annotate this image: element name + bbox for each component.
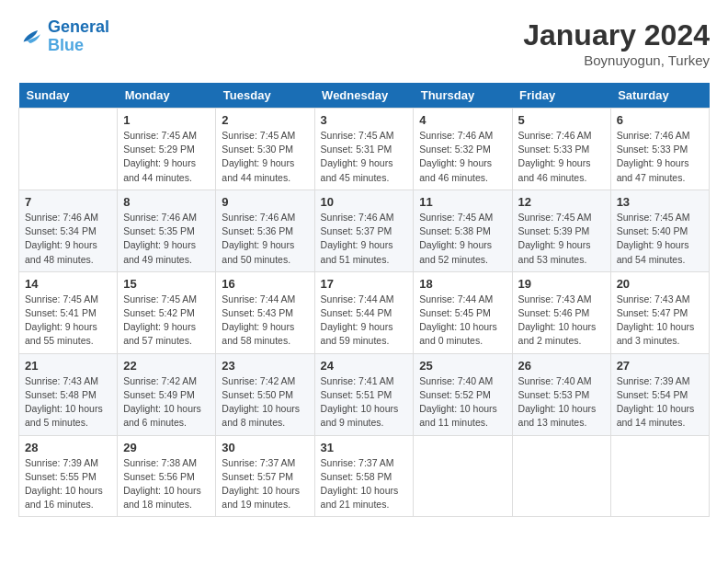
- header-monday: Monday: [118, 83, 216, 109]
- calendar-cell: 24Sunrise: 7:41 AMSunset: 5:51 PMDayligh…: [314, 353, 414, 435]
- location-subtitle: Boynuyogun, Turkey: [523, 52, 710, 68]
- day-number: 5: [518, 113, 605, 127]
- day-number: 3: [321, 113, 408, 127]
- day-info: Sunrise: 7:41 AMSunset: 5:51 PMDaylight:…: [321, 374, 408, 431]
- day-number: 23: [222, 359, 308, 373]
- day-info: Sunrise: 7:46 AMSunset: 5:35 PMDaylight:…: [123, 211, 210, 267]
- calendar-cell: 12Sunrise: 7:45 AMSunset: 5:39 PMDayligh…: [512, 190, 610, 271]
- day-number: 29: [123, 441, 210, 454]
- day-number: 1: [123, 113, 210, 127]
- calendar-cell: 5Sunrise: 7:46 AMSunset: 5:33 PMDaylight…: [512, 109, 610, 190]
- day-info: Sunrise: 7:44 AMSunset: 5:44 PMDaylight:…: [321, 293, 408, 349]
- logo-blue: Blue: [48, 36, 84, 54]
- day-number: 19: [518, 277, 605, 291]
- day-info: Sunrise: 7:43 AMSunset: 5:47 PMDaylight:…: [617, 293, 703, 349]
- calendar-cell: 17Sunrise: 7:44 AMSunset: 5:44 PMDayligh…: [314, 271, 414, 353]
- day-info: Sunrise: 7:37 AMSunset: 5:57 PMDaylight:…: [222, 456, 308, 512]
- calendar-cell: 14Sunrise: 7:45 AMSunset: 5:41 PMDayligh…: [19, 271, 118, 353]
- calendar-cell: 11Sunrise: 7:45 AMSunset: 5:38 PMDayligh…: [414, 190, 512, 271]
- day-info: Sunrise: 7:45 AMSunset: 5:42 PMDaylight:…: [123, 293, 210, 349]
- calendar-cell: 29Sunrise: 7:38 AMSunset: 5:56 PMDayligh…: [118, 435, 216, 517]
- day-info: Sunrise: 7:40 AMSunset: 5:52 PMDaylight:…: [419, 374, 506, 431]
- day-info: Sunrise: 7:46 AMSunset: 5:32 PMDaylight:…: [419, 129, 506, 185]
- header-saturday: Saturday: [610, 83, 709, 109]
- day-info: Sunrise: 7:45 AMSunset: 5:40 PMDaylight:…: [617, 211, 703, 267]
- day-info: Sunrise: 7:44 AMSunset: 5:43 PMDaylight:…: [222, 293, 308, 349]
- day-info: Sunrise: 7:43 AMSunset: 5:46 PMDaylight:…: [518, 293, 605, 349]
- day-number: 31: [321, 441, 408, 454]
- day-number: 14: [25, 277, 111, 291]
- calendar-cell: 25Sunrise: 7:40 AMSunset: 5:52 PMDayligh…: [414, 353, 512, 435]
- calendar-cell: 15Sunrise: 7:45 AMSunset: 5:42 PMDayligh…: [118, 271, 216, 353]
- calendar-cell: 22Sunrise: 7:42 AMSunset: 5:49 PMDayligh…: [118, 353, 216, 435]
- day-info: Sunrise: 7:37 AMSunset: 5:58 PMDaylight:…: [321, 456, 408, 512]
- calendar-cell: [414, 435, 512, 517]
- calendar-week-2: 7Sunrise: 7:46 AMSunset: 5:34 PMDaylight…: [19, 190, 710, 271]
- day-number: 27: [617, 359, 703, 373]
- calendar-cell: 1Sunrise: 7:45 AMSunset: 5:29 PMDaylight…: [118, 109, 216, 190]
- day-info: Sunrise: 7:46 AMSunset: 5:33 PMDaylight:…: [518, 129, 605, 185]
- calendar-header-row: SundayMondayTuesdayWednesdayThursdayFrid…: [19, 83, 710, 109]
- calendar-week-4: 21Sunrise: 7:43 AMSunset: 5:48 PMDayligh…: [19, 353, 710, 435]
- calendar-cell: 3Sunrise: 7:45 AMSunset: 5:31 PMDaylight…: [314, 109, 414, 190]
- day-info: Sunrise: 7:46 AMSunset: 5:34 PMDaylight:…: [25, 211, 111, 267]
- day-info: Sunrise: 7:39 AMSunset: 5:54 PMDaylight:…: [617, 374, 703, 431]
- day-info: Sunrise: 7:39 AMSunset: 5:55 PMDaylight:…: [25, 456, 111, 512]
- day-info: Sunrise: 7:45 AMSunset: 5:30 PMDaylight:…: [222, 129, 308, 185]
- calendar-cell: 7Sunrise: 7:46 AMSunset: 5:34 PMDaylight…: [19, 190, 118, 271]
- logo-icon: [18, 24, 44, 50]
- day-number: 18: [419, 277, 506, 291]
- header-tuesday: Tuesday: [216, 83, 314, 109]
- calendar-table: SundayMondayTuesdayWednesdayThursdayFrid…: [18, 83, 710, 517]
- day-info: Sunrise: 7:45 AMSunset: 5:29 PMDaylight:…: [123, 129, 210, 185]
- calendar-cell: 9Sunrise: 7:46 AMSunset: 5:36 PMDaylight…: [216, 190, 314, 271]
- day-info: Sunrise: 7:45 AMSunset: 5:41 PMDaylight:…: [25, 293, 111, 349]
- day-number: 20: [617, 277, 703, 291]
- day-number: 9: [222, 195, 308, 209]
- calendar-cell: 10Sunrise: 7:46 AMSunset: 5:37 PMDayligh…: [314, 190, 414, 271]
- day-info: Sunrise: 7:43 AMSunset: 5:48 PMDaylight:…: [25, 374, 111, 431]
- day-info: Sunrise: 7:42 AMSunset: 5:49 PMDaylight:…: [123, 374, 210, 431]
- day-number: 10: [321, 195, 408, 209]
- calendar-week-1: 1Sunrise: 7:45 AMSunset: 5:29 PMDaylight…: [19, 109, 710, 190]
- calendar-cell: 21Sunrise: 7:43 AMSunset: 5:48 PMDayligh…: [19, 353, 118, 435]
- logo: General Blue: [18, 18, 109, 55]
- day-number: 8: [123, 195, 210, 209]
- calendar-cell: 23Sunrise: 7:42 AMSunset: 5:50 PMDayligh…: [216, 353, 314, 435]
- day-number: 16: [222, 277, 308, 291]
- calendar-cell: 30Sunrise: 7:37 AMSunset: 5:57 PMDayligh…: [216, 435, 314, 517]
- day-info: Sunrise: 7:45 AMSunset: 5:38 PMDaylight:…: [419, 211, 506, 267]
- day-info: Sunrise: 7:40 AMSunset: 5:53 PMDaylight:…: [518, 374, 605, 431]
- calendar-cell: 19Sunrise: 7:43 AMSunset: 5:46 PMDayligh…: [512, 271, 610, 353]
- calendar-cell: 13Sunrise: 7:45 AMSunset: 5:40 PMDayligh…: [610, 190, 709, 271]
- day-info: Sunrise: 7:42 AMSunset: 5:50 PMDaylight:…: [222, 374, 308, 431]
- day-number: 12: [518, 195, 605, 209]
- calendar-cell: 6Sunrise: 7:46 AMSunset: 5:33 PMDaylight…: [610, 109, 709, 190]
- calendar-cell: 28Sunrise: 7:39 AMSunset: 5:55 PMDayligh…: [19, 435, 118, 517]
- calendar-cell: 18Sunrise: 7:44 AMSunset: 5:45 PMDayligh…: [414, 271, 512, 353]
- calendar-week-5: 28Sunrise: 7:39 AMSunset: 5:55 PMDayligh…: [19, 435, 710, 517]
- calendar-cell: 16Sunrise: 7:44 AMSunset: 5:43 PMDayligh…: [216, 271, 314, 353]
- calendar-cell: [19, 109, 118, 190]
- day-number: 25: [419, 359, 506, 373]
- day-info: Sunrise: 7:46 AMSunset: 5:33 PMDaylight:…: [617, 129, 703, 185]
- day-info: Sunrise: 7:45 AMSunset: 5:39 PMDaylight:…: [518, 211, 605, 267]
- day-number: 26: [518, 359, 605, 373]
- day-info: Sunrise: 7:38 AMSunset: 5:56 PMDaylight:…: [123, 456, 210, 512]
- logo-general: General: [48, 17, 109, 36]
- day-number: 6: [617, 113, 703, 127]
- calendar-cell: 26Sunrise: 7:40 AMSunset: 5:53 PMDayligh…: [512, 353, 610, 435]
- day-number: 30: [222, 441, 308, 454]
- day-number: 28: [25, 441, 111, 454]
- day-info: Sunrise: 7:45 AMSunset: 5:31 PMDaylight:…: [321, 129, 408, 185]
- day-number: 11: [419, 195, 506, 209]
- day-number: 2: [222, 113, 308, 127]
- day-number: 7: [25, 195, 111, 209]
- calendar-cell: 20Sunrise: 7:43 AMSunset: 5:47 PMDayligh…: [610, 271, 709, 353]
- calendar-cell: 8Sunrise: 7:46 AMSunset: 5:35 PMDaylight…: [118, 190, 216, 271]
- calendar-cell: 2Sunrise: 7:45 AMSunset: 5:30 PMDaylight…: [216, 109, 314, 190]
- title-block: January 2024 Boynuyogun, Turkey: [523, 18, 710, 68]
- calendar-cell: 27Sunrise: 7:39 AMSunset: 5:54 PMDayligh…: [610, 353, 709, 435]
- day-number: 24: [321, 359, 408, 373]
- day-info: Sunrise: 7:44 AMSunset: 5:45 PMDaylight:…: [419, 293, 506, 349]
